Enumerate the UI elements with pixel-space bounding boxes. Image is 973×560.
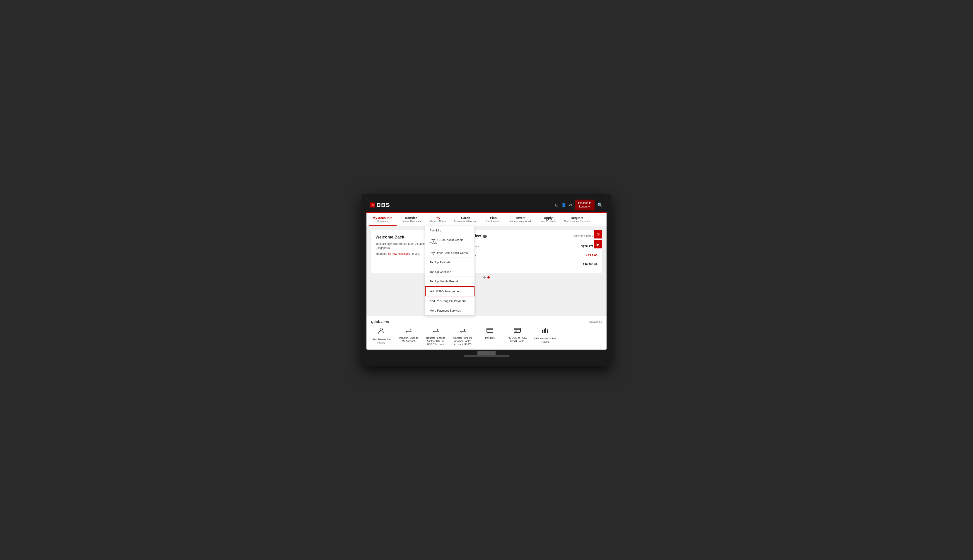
quick-link-icon-transfer-my-account — [405, 327, 412, 334]
nav-sub-transfer: Local or Overseas — [401, 220, 421, 222]
quick-link-dbs-vickers[interactable]: DBS Vickers OnlineTrading — [534, 327, 556, 346]
quick-link-label-pay-credit-cards: Pay DBS or POSBCredit Cards — [507, 336, 528, 343]
carousel-dot-2[interactable] — [487, 276, 490, 278]
nav-item-request[interactable]: Request Statements or Services — [560, 213, 594, 226]
main-content: Welcome Back Your last login was 10:28 P… — [366, 226, 607, 316]
nav-main-my-accounts: My Accounts — [373, 216, 393, 220]
quick-link-transfer-dbs-posb[interactable]: Transfer Funds toAnother DBS orPOSB Acco… — [425, 327, 446, 346]
nav-item-my-accounts[interactable]: My Accounts Summary — [369, 213, 396, 226]
svg-rect-5 — [515, 330, 517, 332]
account-value-credit: -S$ 1.00 — [587, 253, 597, 257]
quick-link-icon-pay-bills — [486, 327, 493, 334]
quick-link-icon-view-history — [378, 327, 385, 336]
info-icon[interactable]: i — [483, 235, 487, 238]
quick-link-icon-transfer-other-bank — [459, 327, 466, 334]
stand-foot — [464, 355, 509, 357]
logout-button[interactable]: Proceed toLogout ➜ — [575, 200, 595, 210]
dropdown-top-up-paylah[interactable]: Top Up PayLah! — [425, 258, 475, 267]
play-side-button[interactable]: ▶ — [594, 240, 602, 248]
quick-link-icon-dbs-vickers — [542, 327, 549, 335]
dropdown-pay-dbs-posb[interactable]: Pay DBS or POSB Credit Cards — [425, 235, 475, 248]
logo-name: DBS — [376, 202, 390, 208]
logo-area: ✕ DBS — [370, 202, 390, 208]
quick-link-pay-credit-cards[interactable]: Pay DBS or POSBCredit Cards — [507, 327, 528, 346]
svg-rect-6 — [542, 330, 543, 333]
dropdown-top-up-mobile[interactable]: Top Up Mobile Prepaid — [425, 277, 475, 286]
nav-item-pay[interactable]: Pay Bills and Cards — [425, 213, 450, 226]
nav-sub-request: Statements or Services — [564, 220, 590, 222]
nav-item-transfer[interactable]: Transfer Local or Overseas — [396, 213, 425, 226]
svg-rect-8 — [545, 328, 546, 333]
nav-item-apply[interactable]: Apply New Products — [536, 213, 560, 226]
quick-link-transfer-my-account[interactable]: Transfer Funds toMy Account — [398, 327, 418, 346]
welcome-messages-link[interactable]: no new messages — [388, 252, 410, 255]
account-value-loans: S$6,784.89 — [582, 263, 597, 266]
quick-link-label-pay-bills: Pay Bills — [485, 336, 495, 339]
dropdown-add-recurring[interactable]: Add Recurring Bill Payment — [425, 297, 475, 306]
svg-rect-9 — [547, 330, 548, 333]
dropdown-pay-bills[interactable]: Pay Bills — [425, 226, 475, 235]
screen: ✕ DBS ⊞ 👤 ✉ Proceed toLogout ➜ 🔍 My Acco… — [366, 198, 607, 350]
dropdown-pay-other-bank[interactable]: Pay Other Bank Credit Cards — [425, 248, 475, 258]
stand-base — [366, 355, 607, 357]
welcome-text-prefix: There are — [376, 252, 387, 255]
quick-links-header: Quick Links Customise — [371, 320, 602, 323]
nav-main-cards: Cards — [454, 216, 477, 220]
nav-sub-plan: Your Finances — [485, 220, 501, 222]
monitor-stand — [366, 352, 607, 355]
svg-rect-1 — [487, 328, 493, 332]
nav-bar: My Accounts Summary Transfer Local or Ov… — [366, 213, 607, 226]
quick-links-section: Quick Links Customise View TransactionHi… — [366, 316, 607, 350]
dropdown-top-up-cashline[interactable]: Top Up Cashline — [425, 267, 475, 277]
nav-item-invest[interactable]: Invest Manage your Wealth — [505, 213, 536, 226]
nav-main-pay: Pay — [429, 216, 446, 220]
mail-side-button[interactable]: ✉ — [594, 230, 602, 238]
quick-links-grid: View TransactionHistory Transfer Funds t… — [371, 327, 602, 346]
content-grid: Welcome Back Your last login was 10:28 P… — [371, 230, 602, 273]
nav-sub-invest: Manage your Wealth — [509, 220, 532, 222]
nav-sub-pay: Bills and Cards — [429, 220, 446, 222]
quick-link-label-view-history: View TransactionHistory — [372, 338, 391, 344]
network-icon[interactable]: ⊞ — [555, 203, 558, 207]
nav-item-cards[interactable]: Cards Activate and Manage — [450, 213, 481, 226]
quick-link-label-dbs-vickers: DBS Vickers OnlineTrading — [534, 337, 556, 343]
quick-link-icon-transfer-dbs-posb — [432, 327, 439, 334]
quick-links-title: Quick Links — [371, 320, 389, 323]
svg-point-0 — [380, 328, 383, 331]
welcome-text-suffix: for you. — [411, 252, 420, 255]
top-bar-right: ⊞ 👤 ✉ Proceed toLogout ➜ 🔍 — [555, 200, 603, 210]
stand-neck — [477, 352, 496, 355]
nav-main-request: Request — [564, 216, 590, 220]
quick-link-view-history[interactable]: View TransactionHistory — [371, 327, 391, 346]
nav-sub-apply: New Products — [540, 220, 556, 222]
nav-sub-cards: Activate and Manage — [454, 220, 477, 222]
quick-link-pay-bills[interactable]: Pay Bills — [480, 327, 500, 346]
nav-main-invest: Invest — [509, 216, 532, 220]
dropdown-add-giro[interactable]: Add GIRO Arrangement — [425, 286, 475, 297]
nav-sub-my-accounts: Summary — [373, 220, 393, 222]
nav-main-apply: Apply — [540, 216, 556, 220]
nav-main-plan: Plan — [485, 216, 501, 220]
quick-link-label-transfer-my-account: Transfer Funds toMy Account — [399, 336, 418, 343]
search-icon[interactable]: 🔍 — [597, 202, 603, 208]
svg-rect-3 — [514, 328, 520, 332]
carousel-dots — [371, 273, 602, 282]
carousel-dot-1[interactable] — [483, 276, 486, 278]
side-buttons: ✉ ▶ — [594, 230, 602, 248]
user-icon[interactable]: 👤 — [561, 203, 566, 207]
quick-link-transfer-other-bank[interactable]: Transfer Funds toAnother Bank'sAccount (… — [453, 327, 473, 346]
svg-rect-7 — [543, 329, 545, 333]
quick-link-icon-pay-credit-cards — [514, 327, 521, 334]
dropdown-more-payment[interactable]: More Payment Services — [425, 306, 475, 315]
nav-item-plan[interactable]: Plan Your Finances — [481, 213, 505, 226]
quick-link-label-transfer-dbs-posb: Transfer Funds toAnother DBS orPOSB Acco… — [426, 336, 445, 346]
top-bar: ✕ DBS ⊞ 👤 ✉ Proceed toLogout ➜ 🔍 — [366, 198, 607, 212]
logo-x-icon: ✕ — [370, 203, 375, 207]
customise-link[interactable]: Customise — [589, 320, 602, 323]
nav-pay-dropdown-container: Pay Bills and Cards Pay Bills Pay DBS or… — [425, 213, 450, 226]
nav-main-transfer: Transfer — [401, 216, 421, 220]
quick-link-label-transfer-other-bank: Transfer Funds toAnother Bank'sAccount (… — [453, 336, 473, 346]
monitor-frame: ✕ DBS ⊞ 👤 ✉ Proceed toLogout ➜ 🔍 My Acco… — [362, 194, 611, 366]
mail-icon[interactable]: ✉ — [569, 203, 572, 207]
pay-dropdown-menu: Pay Bills Pay DBS or POSB Credit Cards P… — [425, 226, 475, 316]
